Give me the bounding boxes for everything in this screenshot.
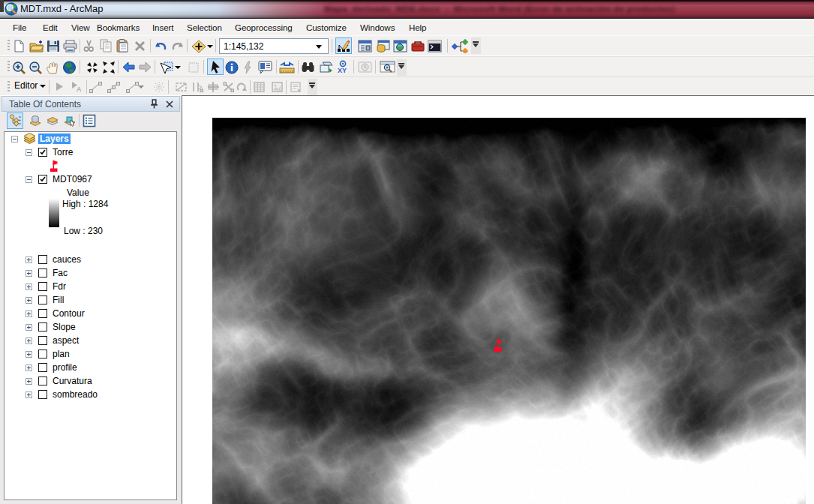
svg-text:XY: XY <box>338 67 347 74</box>
svg-text:A: A <box>77 86 82 93</box>
